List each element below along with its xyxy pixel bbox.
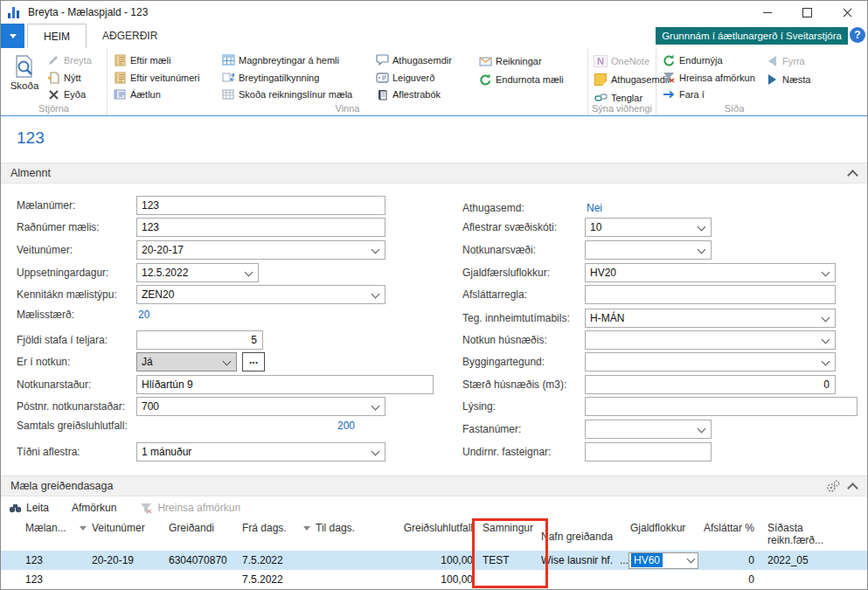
skoda-button[interactable]: Skoða xyxy=(4,52,45,103)
ribbon: Skoða Breyta Nýtt Eyða Stjórna Efti xyxy=(1,48,867,116)
cell-afslattar[interactable]: 0 xyxy=(702,554,765,566)
filter-caret-icon[interactable] xyxy=(80,526,87,531)
filter-caret-icon[interactable] xyxy=(303,526,310,531)
col-header-veitunumer[interactable]: Veitunúmer xyxy=(92,519,169,551)
col-header-til-dags[interactable]: Til dags. xyxy=(316,519,382,551)
section-almennt-header[interactable]: Almennt xyxy=(1,163,867,184)
close-button[interactable] xyxy=(828,1,867,24)
staerd-husnaedis-input[interactable]: 0 xyxy=(585,375,836,394)
leita-button[interactable]: Leita xyxy=(8,502,49,515)
form-row-undirnr: Undirnr. fasteignar: xyxy=(1,442,867,462)
col-header-maelan[interactable]: Mælan... xyxy=(17,519,92,551)
maximize-button[interactable] xyxy=(788,1,827,24)
col-header-greidandi[interactable]: Greiðandi xyxy=(169,519,242,551)
eyda-button[interactable]: Eyða xyxy=(45,86,94,103)
cell-samningur[interactable]: TEST xyxy=(476,554,541,566)
gjaldflokkur-editor[interactable]: HV60 xyxy=(628,552,698,569)
grid-header-row: Mælan... Veitunúmer Greiðandi Frá dags. … xyxy=(1,519,867,551)
field-label: Teg. innheimtutímabils: xyxy=(462,312,570,324)
breytingatilkynning-button[interactable]: Breytingatilkynning xyxy=(219,69,368,87)
cell-fra-dags[interactable]: 7.5.2022 xyxy=(242,554,316,566)
minimize-icon xyxy=(763,12,772,13)
grid-row-selected[interactable]: 123 20-20-19 6304070870 7.5.2022 100,00 … xyxy=(1,551,867,570)
naesta-button[interactable]: Næsta xyxy=(763,70,809,88)
col-header-nafn-greidanda[interactable]: Nafn greiðanda xyxy=(541,519,628,551)
window-title: Breyta - Mælaspjald - 123 xyxy=(28,6,148,18)
cell-gjaldflokkur[interactable]: HV60 xyxy=(628,552,702,569)
byggingartegund-dropdown[interactable] xyxy=(585,352,836,371)
help-button[interactable]: ? xyxy=(850,27,865,43)
chevron-down-icon xyxy=(822,268,830,277)
close-icon xyxy=(843,8,852,17)
cell-afslattar[interactable]: 0 xyxy=(702,573,765,586)
undirnr-input[interactable] xyxy=(585,442,712,462)
chevron-down-icon[interactable] xyxy=(687,555,696,564)
col-header-fra-dags[interactable]: Frá dags. xyxy=(242,519,316,551)
teg-innheimtu-dropdown[interactable]: H-MÁN xyxy=(585,309,836,328)
afslattarregla-input[interactable] xyxy=(585,285,836,304)
athugasemd-link[interactable]: Nei xyxy=(587,202,602,214)
cell-nafn-greidanda[interactable]: Wise lausnir hf.... xyxy=(541,554,628,566)
fara-i-button[interactable]: Fara í xyxy=(660,86,760,103)
minimize-button[interactable] xyxy=(747,1,787,24)
hreinsa-afmorkun-button[interactable]: Hreinsa afmörkun xyxy=(660,69,760,87)
section-history-header[interactable]: Mæla greiðendasaga xyxy=(1,475,867,496)
chevron-down-icon xyxy=(10,34,17,38)
fastanumer-dropdown[interactable] xyxy=(585,420,712,439)
field-label: Notkun húsnæðis: xyxy=(462,334,547,346)
chevron-down-icon xyxy=(822,336,830,344)
notkunarsvaedi-dropdown[interactable] xyxy=(585,240,712,260)
endurnota-maeli-button[interactable]: Endurnota mæli xyxy=(476,70,580,88)
col-header-samningur[interactable]: Samningur xyxy=(476,519,541,551)
aflestrabok-button[interactable]: Aflestrabók xyxy=(373,86,471,103)
endurnyja-button[interactable]: Endurnýja xyxy=(660,52,760,69)
notkun-husnaedis-dropdown[interactable] xyxy=(585,330,836,350)
assist-edit-button[interactable]: ... xyxy=(620,554,628,566)
aflestrar-dropdown[interactable]: 10 xyxy=(585,218,712,237)
athugasemdir-button[interactable]: Athugasemdir xyxy=(373,52,471,69)
chevron-down-icon xyxy=(822,314,830,323)
gjaldfaersluflokkur-dropdown[interactable]: HV20 xyxy=(585,263,836,282)
chevron-down-icon xyxy=(822,357,830,366)
gears-icon[interactable] xyxy=(825,480,841,496)
col-header-gjaldflokkur[interactable]: Gjaldflokkur xyxy=(628,519,702,551)
section-almennt-title: Almennt xyxy=(10,167,51,179)
cell-greidsluhlutfall[interactable]: 100,00 xyxy=(382,573,476,586)
pencil-icon xyxy=(46,53,60,66)
reikningar-button[interactable]: Reikningar xyxy=(476,52,580,70)
magnbreytingar-button[interactable]: Magnbreytingar á hemli xyxy=(219,52,368,69)
eftir-maeli-button[interactable]: Eftir mæli xyxy=(111,52,214,69)
page-title: 123 xyxy=(17,128,45,148)
form-row-notkunarsvaedi: Notkunarsvæði: xyxy=(1,240,867,260)
skoda-reikningslinur-button[interactable]: Skoða reikningslínur mæla xyxy=(219,86,368,103)
binoculars-icon xyxy=(8,502,22,515)
collapse-chevron-icon[interactable] xyxy=(847,170,858,181)
col-header-afslattar[interactable]: Afsláttar % xyxy=(702,519,765,551)
lysing-input[interactable] xyxy=(585,397,858,416)
cell-greidsluhlutfall[interactable]: 100,00 xyxy=(382,554,476,566)
cell-fra-dags[interactable]: 7.5.2022 xyxy=(242,573,316,586)
grid-row[interactable]: 123 7.5.2022 100,00 0 xyxy=(1,570,867,589)
athugasemdir-attach-button[interactable]: Athugasemdir xyxy=(592,70,652,88)
nytt-button[interactable]: Nýtt xyxy=(45,69,94,87)
collapse-chevron-icon[interactable] xyxy=(847,482,858,494)
group-label-vinna: Vinna xyxy=(108,103,587,114)
col-header-sidasta[interactable]: Síðasta reikn.færð... xyxy=(765,519,852,551)
fyrra-button: Fyrra xyxy=(763,52,809,70)
col-header-greidsluhlutfall[interactable]: Greiðsluhlutfall xyxy=(382,519,476,551)
tab-heim[interactable]: HEIM xyxy=(27,24,87,48)
afmorkun-button[interactable]: Afmörkun xyxy=(72,502,116,514)
cell-maelan[interactable]: 123 xyxy=(17,573,92,586)
cell-sidasta[interactable]: 2022_05 xyxy=(765,554,852,566)
cell-veitunumer[interactable]: 20-20-19 xyxy=(92,554,169,566)
leiguverd-button[interactable]: Leiguverð xyxy=(373,69,471,87)
cell-greidandi[interactable]: 6304070870 xyxy=(169,554,242,566)
eftir-veitunumeri-button[interactable]: Eftir veitunúmeri xyxy=(111,69,214,87)
chevron-down-icon xyxy=(698,246,706,254)
aaetlun-button[interactable]: Áætlun xyxy=(111,86,214,103)
tab-adgerdir[interactable]: AÐGERÐIR xyxy=(87,24,173,47)
app-menu-button[interactable] xyxy=(1,24,24,48)
cell-maelan[interactable]: 123 xyxy=(17,554,92,566)
link-icon xyxy=(594,91,608,104)
view-document-icon xyxy=(13,54,37,78)
